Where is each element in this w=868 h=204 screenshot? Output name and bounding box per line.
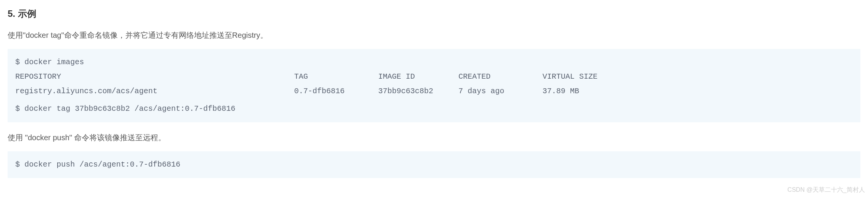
description-1: 使用"docker tag"命令重命名镜像，并将它通过专有网络地址推送至Regi… — [8, 29, 860, 41]
row-created: 7 days ago — [458, 84, 542, 99]
section-heading: 5. 示例 — [8, 8, 860, 20]
header-image-id: IMAGE ID — [378, 70, 458, 84]
header-tag: TAG — [294, 70, 378, 84]
code-block-2: $ docker push /acs/agent:0.7-dfb6816 — [8, 151, 860, 178]
header-created: CREATED — [458, 70, 542, 84]
row-repository: registry.aliyuncs.com/acs/agent — [15, 84, 294, 99]
code-command-tag: $ docker tag 37bb9c63c8b2 /acs/agent:0.7… — [15, 102, 853, 116]
row-tag: 0.7-dfb6816 — [294, 84, 378, 99]
code-table-row: registry.aliyuncs.com/acs/agent0.7-dfb68… — [15, 84, 853, 99]
code-block-1: $ docker imagesREPOSITORYTAGIMAGE IDCREA… — [8, 49, 860, 122]
watermark: CSDN @天草二十六_简村人 — [787, 186, 865, 194]
code-command-images: $ docker images — [15, 55, 853, 70]
code-table-header: REPOSITORYTAGIMAGE IDCREATEDVIRTUAL SIZE — [15, 70, 853, 84]
header-virtual-size: VIRTUAL SIZE — [542, 70, 598, 84]
row-virtual-size: 37.89 MB — [542, 84, 579, 99]
description-2: 使用 "docker push" 命令将该镜像推送至远程。 — [8, 131, 860, 144]
code-command-push: $ docker push /acs/agent:0.7-dfb6816 — [15, 157, 853, 172]
row-image-id: 37bb9c63c8b2 — [378, 84, 458, 99]
header-repository: REPOSITORY — [15, 70, 294, 84]
